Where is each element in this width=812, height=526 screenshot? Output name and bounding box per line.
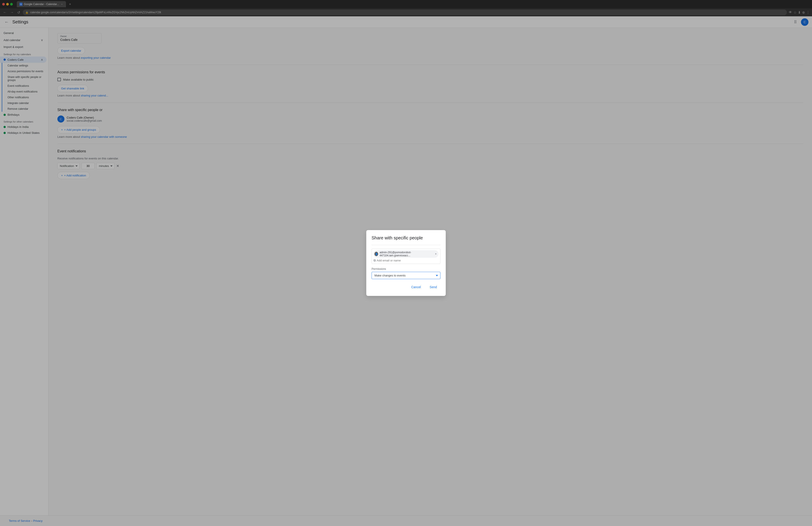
modal-actions: Cancel Send bbox=[372, 284, 440, 290]
chip-person-icon: 👤 bbox=[375, 252, 378, 256]
modal-overlay[interactable]: Share with specific people 👤 admin-291@p… bbox=[0, 0, 812, 526]
permissions-select[interactable]: See only free/busy (hide details) See al… bbox=[372, 272, 440, 279]
chip-email-text: admin-291@pomodorobot-447104.iam.gservic… bbox=[379, 251, 433, 257]
email-chip: 👤 admin-291@pomodorobot-447104.iam.gserv… bbox=[374, 250, 438, 258]
share-modal: Share with specific people 👤 admin-291@p… bbox=[366, 230, 446, 296]
send-button[interactable]: Send bbox=[426, 284, 440, 290]
modal-divider bbox=[372, 245, 440, 245]
email-chip-container[interactable]: 👤 admin-291@pomodorobot-447104.iam.gserv… bbox=[372, 248, 440, 264]
modal-title: Share with specific people bbox=[372, 236, 440, 241]
chip-close-btn[interactable]: × bbox=[434, 252, 437, 256]
add-email-input[interactable] bbox=[377, 259, 438, 262]
permissions-label: Permissions bbox=[372, 267, 440, 270]
chip-copy-btn[interactable]: ⧉ bbox=[374, 259, 376, 262]
cancel-button[interactable]: Cancel bbox=[408, 284, 424, 290]
